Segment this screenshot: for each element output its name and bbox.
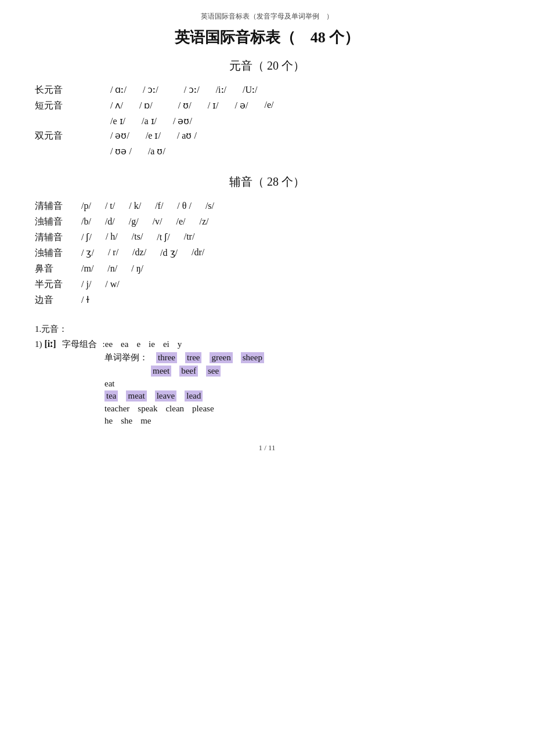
word-see: see bbox=[206, 366, 221, 377]
c-phoneme: /d ʒ/ bbox=[160, 247, 178, 258]
letter-ie: ie bbox=[149, 339, 155, 349]
zhuo1-label: 浊辅音 bbox=[35, 216, 81, 228]
consonant-row-qing2: 清辅音 / ʃ/ / h/ /ts/ /t ʃ/ /tr/ bbox=[35, 231, 499, 244]
diphthong-content1: / əʊ/ /e ɪ/ / aʊ / bbox=[110, 130, 207, 141]
phoneme: / ʌ/ bbox=[110, 100, 123, 112]
letter-e: e bbox=[136, 339, 140, 349]
word-tea: tea bbox=[104, 390, 118, 401]
phoneme: / aʊ / bbox=[177, 130, 197, 141]
word-he: he bbox=[104, 416, 113, 426]
c-phoneme: /dr/ bbox=[192, 247, 204, 258]
combo-vowel-block: 1.元音： 1) [iː] 字母组合 :ee ea e ie ei y 单词举例… bbox=[35, 324, 499, 426]
word-meat: meat bbox=[126, 390, 146, 401]
short-vowel-content2: /e ɪ/ /a ɪ/ / əʊ/ bbox=[110, 115, 203, 126]
combo-section1-label: 1.元音： bbox=[35, 324, 499, 335]
c-phoneme: / k/ bbox=[129, 201, 141, 211]
bian-label: 边音 bbox=[35, 294, 81, 306]
phoneme: / əʊ/ bbox=[110, 130, 129, 141]
word-three: three bbox=[156, 352, 177, 363]
item1-num: 1) bbox=[35, 339, 42, 349]
diphthong-row2: / ʊə / /a ʊ/ bbox=[35, 146, 499, 157]
phoneme: /e ɪ/ bbox=[110, 115, 125, 126]
phoneme: /e/ bbox=[264, 100, 273, 112]
vowel-section-title: 元音（ 20 个） bbox=[35, 58, 499, 74]
zhuo2-label: 浊辅音 bbox=[35, 247, 81, 259]
word-lead: lead bbox=[185, 390, 203, 401]
word-tree: tree bbox=[185, 352, 201, 363]
consonant-row-qing1: 清辅音 /p/ / t/ / k/ /f/ / θ / /s/ bbox=[35, 200, 499, 212]
phoneme: /a ʊ/ bbox=[148, 146, 165, 157]
example-words-row5: teacher speak clean please bbox=[104, 404, 499, 414]
page-number: 1 / 11 bbox=[35, 443, 499, 453]
phoneme: / ɑː/ bbox=[110, 84, 127, 96]
consonant-row-bian: 边音 / ɫ bbox=[35, 294, 499, 306]
word-green: green bbox=[210, 352, 232, 363]
page-subtitle: 英语国际音标表（发音字母及单词举例 ） bbox=[35, 12, 499, 21]
phoneme: / ɔː/ bbox=[143, 84, 158, 96]
ban-label: 半元音 bbox=[35, 278, 81, 291]
word-leave: leave bbox=[155, 390, 177, 401]
letter-ea: ea bbox=[121, 339, 128, 349]
phoneme: / ə/ bbox=[235, 100, 248, 112]
eat-line: eat bbox=[104, 379, 499, 389]
bian-content: / ɫ bbox=[81, 294, 99, 305]
phoneme: / ʊə / bbox=[110, 146, 132, 157]
bi-content: /m/ /n/ / ŋ/ bbox=[81, 263, 153, 274]
qing2-label: 清辅音 bbox=[35, 231, 81, 244]
c-phoneme: /p/ bbox=[81, 201, 91, 211]
word-she: she bbox=[121, 416, 132, 426]
c-phoneme: /e/ bbox=[176, 216, 186, 227]
consonant-row-zhuo1: 浊辅音 /b/ /d/ /g/ /v/ /e/ /z/ bbox=[35, 216, 499, 228]
main-title: 英语国际音标表（ 48 个） bbox=[35, 27, 499, 48]
item1-ipa: [iː] bbox=[45, 338, 56, 349]
c-phoneme: / ʃ/ bbox=[81, 231, 92, 243]
example-words-row6: he she me bbox=[104, 416, 499, 426]
c-phoneme: /s/ bbox=[205, 201, 214, 211]
word-me: me bbox=[140, 416, 151, 426]
word-clean: clean bbox=[165, 404, 184, 414]
c-phoneme: / t/ bbox=[105, 201, 115, 211]
example-words-row2: meet beef see bbox=[151, 366, 499, 377]
diphthong-content2: / ʊə / /a ʊ/ bbox=[110, 146, 176, 157]
example-words-label-row: 单词举例： three tree green sheep bbox=[104, 352, 499, 363]
consonant-row-bi: 鼻音 /m/ /n/ / ŋ/ bbox=[35, 263, 499, 275]
word-teacher: teacher bbox=[104, 404, 129, 414]
word-beef: beef bbox=[179, 366, 198, 377]
long-vowel-label: 长元音 bbox=[35, 84, 110, 96]
c-phoneme: / θ / bbox=[177, 201, 192, 211]
c-phoneme: / r/ bbox=[108, 247, 118, 258]
c-phoneme: / h/ bbox=[106, 231, 118, 243]
ban-content: / j/ / w/ bbox=[81, 279, 129, 290]
qing2-content: / ʃ/ / h/ /ts/ /t ʃ/ /tr/ bbox=[81, 231, 204, 243]
consonant-section: 清辅音 /p/ / t/ / k/ /f/ / θ / /s/ 浊辅音 /b/ … bbox=[35, 200, 499, 306]
c-phoneme: /z/ bbox=[200, 216, 209, 227]
letter-y: y bbox=[178, 339, 182, 349]
long-vowel-content: / ɑː/ / ɔː/ / ɔː/ /iː/ /Uː/ bbox=[110, 84, 268, 96]
short-vowel-row1: 短元音 / ʌ/ / ɒ/ / ʊ/ / ɪ/ / ə/ /e/ bbox=[35, 100, 499, 112]
c-phoneme: /dz/ bbox=[132, 247, 146, 258]
words-label: 单词举例： bbox=[104, 352, 148, 363]
item1-letters-label: 字母组合 bbox=[62, 339, 97, 350]
phoneme: / əʊ/ bbox=[173, 115, 192, 126]
phoneme: / ɒ/ bbox=[139, 100, 153, 112]
letter-ei: ei bbox=[163, 339, 169, 349]
consonant-section-title: 辅音（ 28 个） bbox=[35, 174, 499, 190]
word-sheep: sheep bbox=[241, 352, 264, 363]
phoneme: / ɪ/ bbox=[208, 100, 219, 112]
word-meet: meet bbox=[151, 366, 171, 377]
phoneme: /Uː/ bbox=[243, 84, 257, 96]
c-phoneme: /m/ bbox=[81, 263, 93, 274]
example-words-row4: tea meat leave lead bbox=[104, 390, 499, 401]
c-phoneme: /g/ bbox=[129, 216, 139, 227]
consonant-row-ban: 半元音 / j/ / w/ bbox=[35, 278, 499, 291]
phoneme: / ʊ/ bbox=[169, 100, 192, 112]
c-phoneme: /d/ bbox=[105, 216, 115, 227]
short-vowel-row2: /e ɪ/ /a ɪ/ / əʊ/ bbox=[35, 115, 499, 126]
qing1-content: /p/ / t/ / k/ /f/ / θ / /s/ bbox=[81, 201, 223, 211]
c-phoneme: / w/ bbox=[105, 279, 119, 290]
diphthong-row1: 双元音 / əʊ/ /e ɪ/ / aʊ / bbox=[35, 130, 499, 142]
vowel-section: 长元音 / ɑː/ / ɔː/ / ɔː/ /iː/ /Uː/ 短元音 / ʌ/… bbox=[35, 84, 499, 157]
phoneme: / ɔː/ bbox=[175, 84, 200, 96]
phoneme: /a ɪ/ bbox=[142, 115, 157, 126]
c-phoneme: /v/ bbox=[153, 216, 163, 227]
